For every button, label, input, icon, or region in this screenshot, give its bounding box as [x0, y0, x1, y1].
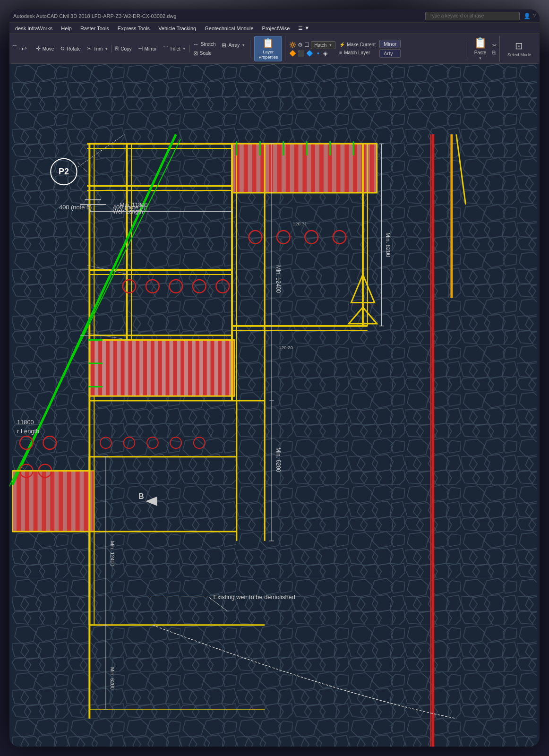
hatch-dropdown[interactable]: Hatch ▼: [311, 41, 335, 49]
select-mode-icon: ⊡: [515, 40, 523, 52]
menu-infraworks[interactable]: desk InfraWorks: [11, 25, 56, 32]
app-title: Autodesk AutoCAD Civil 3D 2018 LFD-ARP-Z…: [13, 13, 421, 19]
menu-extra[interactable]: ☰ ▼: [294, 24, 313, 32]
menu-projectwise[interactable]: ProjectWise: [258, 25, 294, 32]
svg-text:Min. 12400: Min. 12400: [110, 541, 115, 567]
array-dropdown[interactable]: ▼: [241, 43, 245, 47]
make-current-label: Make Current: [347, 42, 376, 47]
stretch-icon: ↔: [193, 41, 199, 48]
make-current-icon: ⚡: [339, 42, 345, 47]
paste-button[interactable]: 📋 Paste ▼: [470, 36, 490, 61]
svg-text:Min. 11800: Min. 11800: [120, 202, 148, 208]
rotate-button[interactable]: ↻ Rotate: [57, 44, 83, 53]
match-layer-label: Match Layer: [344, 50, 370, 55]
divider: [112, 45, 112, 52]
extra-tool: [219, 50, 228, 57]
svg-text:Weir Length: Weir Length: [113, 208, 143, 215]
rotate-label: Rotate: [67, 46, 80, 52]
undo-tool[interactable]: ↩: [21, 45, 27, 52]
fillet-icon: ⌒: [163, 45, 169, 53]
scale-label: Scale: [200, 51, 212, 56]
user-icon: 👤: [523, 13, 531, 19]
scale-button[interactable]: ⊠ Scale: [190, 49, 219, 58]
menu-geotechnical[interactable]: Geotechnical Module: [201, 25, 257, 32]
match-layer-button[interactable]: ≡ Match Layer: [337, 49, 377, 56]
array-button[interactable]: ⊞ Array ▼: [219, 41, 248, 50]
trim-dropdown[interactable]: ▼: [104, 47, 108, 51]
divider2: [189, 45, 190, 52]
move-label: Move: [43, 46, 54, 52]
fillet-label: Fillet: [171, 46, 180, 52]
svg-text:r Length: r Length: [17, 428, 39, 435]
array-label: Array: [228, 43, 240, 48]
trim-label: Trim: [94, 46, 103, 52]
menu-raster-tools[interactable]: Raster Tools: [77, 25, 113, 32]
copy-button[interactable]: ⎘ Copy: [112, 44, 134, 53]
copy-tool[interactable]: ⎘: [492, 50, 497, 55]
copy-icon: ⎘: [115, 45, 119, 52]
scale-icon: ⊠: [193, 50, 198, 57]
paste-dropdown[interactable]: ▼: [479, 56, 482, 60]
svg-text:B: B: [138, 492, 144, 500]
minor-layer-tag[interactable]: Minor: [379, 40, 401, 48]
menu-vehicle-tracking[interactable]: Vehicle Tracking: [154, 25, 200, 32]
layer-tool-2[interactable]: ⚙: [298, 42, 303, 48]
layer-label: LayerProperties: [258, 50, 278, 60]
svg-rect-25: [232, 144, 377, 193]
layer-tool-7[interactable]: 🔹: [315, 50, 322, 57]
svg-text:Min. 8200: Min. 8200: [385, 232, 391, 257]
fillet-dropdown[interactable]: ▼: [182, 47, 186, 51]
mirror-icon: ⊣: [138, 45, 143, 52]
paste-icon: 📋: [474, 37, 487, 49]
hatch-label: Hatch: [314, 43, 326, 48]
cad-svg: P2 400 (note 5) 400 (note 5): [9, 64, 540, 747]
menu-bar: desk InfraWorks Help Raster Tools Expres…: [9, 23, 540, 34]
select-mode-label: Select Mode: [507, 52, 531, 58]
title-bar: Autodesk AutoCAD Civil 3D 2018 LFD-ARP-Z…: [9, 9, 540, 23]
trim-button[interactable]: ✂ Trim ▼: [84, 44, 112, 53]
layer-tool-8[interactable]: ◈: [323, 50, 327, 57]
help-icon: ?: [532, 13, 536, 19]
svg-text:120.71: 120.71: [293, 221, 308, 226]
trim-icon: ✂: [87, 45, 92, 52]
svg-text:120.20: 120.20: [279, 345, 293, 350]
cad-drawing-canvas[interactable]: P2 400 (note 5) 400 (note 5): [9, 64, 540, 747]
svg-text:Min. 12400: Min. 12400: [275, 265, 282, 293]
make-current-button[interactable]: ⚡ Make Current: [337, 41, 377, 48]
match-layer-icon: ≡: [339, 50, 342, 55]
fillet-button[interactable]: ⌒ Fillet ▼: [160, 44, 189, 54]
svg-text:Existing weir to be demolished: Existing weir to be demolished: [213, 593, 295, 601]
layer-icon: 📋: [262, 37, 274, 49]
stretch-button[interactable]: ↔ Stretch: [190, 40, 219, 49]
mirror-label: Mirror: [145, 46, 157, 52]
svg-text:P2: P2: [59, 167, 69, 176]
array-icon: ⊞: [222, 42, 226, 49]
rotate-icon: ↻: [60, 45, 65, 52]
layer-tool-1[interactable]: 🔆: [289, 42, 296, 48]
paste-label: Paste: [474, 50, 487, 55]
svg-text:Min. 6200: Min. 6200: [275, 447, 282, 472]
copy-label: Copy: [120, 46, 131, 52]
move-icon: ✛: [36, 45, 41, 52]
menu-express-tools[interactable]: Express Tools: [114, 25, 154, 32]
svg-text:11800: 11800: [17, 419, 34, 426]
layer-tool-4[interactable]: 🔶: [289, 50, 296, 57]
arc-tool[interactable]: ⌒: [11, 44, 18, 53]
layer-tool-6[interactable]: 🔷: [306, 50, 313, 57]
layer-tool-3[interactable]: ☐: [304, 42, 309, 48]
keyword-search[interactable]: [425, 12, 520, 20]
svg-rect-27: [89, 340, 234, 396]
select-mode-button[interactable]: ⊡ Select Mode: [504, 39, 535, 59]
svg-text:Min. 6200: Min. 6200: [110, 667, 115, 690]
cut-tool[interactable]: ✂: [492, 43, 497, 49]
hatch-arrow: ▼: [328, 43, 332, 47]
title-bar-icons: 👤 ?: [523, 13, 536, 19]
mirror-button[interactable]: ⊣ Mirror: [135, 44, 160, 53]
layer-tool-5[interactable]: ⬛: [298, 50, 305, 57]
menu-help[interactable]: Help: [57, 25, 76, 32]
move-button[interactable]: ✛ Move: [33, 44, 57, 53]
stretch-label: Stretch: [201, 42, 216, 47]
layer-properties-button[interactable]: 📋 LayerProperties: [254, 36, 282, 61]
svg-rect-29: [12, 471, 94, 532]
arty-layer-tag[interactable]: Arty: [379, 49, 401, 58]
